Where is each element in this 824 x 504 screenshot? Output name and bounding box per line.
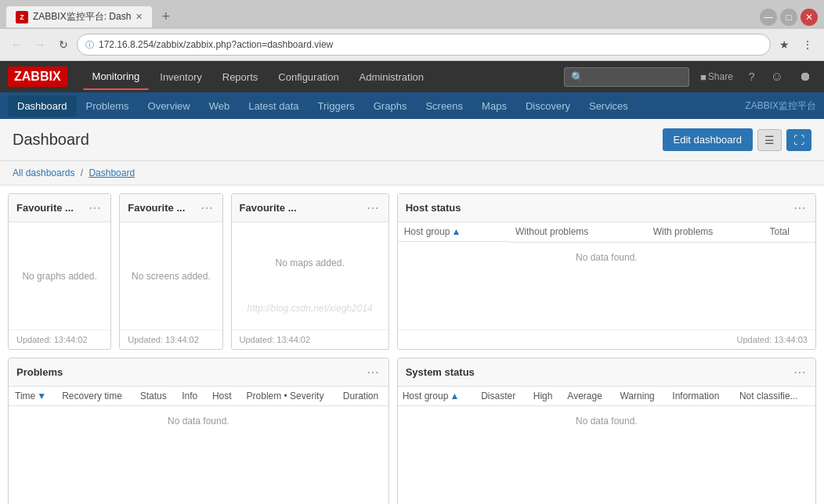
widget-header: Favourite ... ⋯ bbox=[9, 194, 110, 222]
col-hostgroup[interactable]: Host group ▲ bbox=[398, 387, 477, 406]
top-nav-reports[interactable]: Reports bbox=[213, 65, 268, 89]
address-bar[interactable]: ⓘ 172.16.8.254/zabbix/zabbix.php?action=… bbox=[77, 34, 771, 56]
no-data-label: No screens added. bbox=[128, 230, 214, 322]
menu-button[interactable]: ⋮ bbox=[797, 34, 818, 55]
widget-menu-icon[interactable]: ⋯ bbox=[201, 200, 215, 215]
forward-button[interactable]: → bbox=[30, 34, 50, 55]
url-text: 172.16.8.254/zabbix/zabbix.php?action=da… bbox=[99, 39, 333, 50]
tab-favicon: Z bbox=[16, 11, 28, 23]
widget-menu-icon[interactable]: ⋯ bbox=[367, 200, 381, 215]
col-hostgroup[interactable]: Host group ▲ bbox=[398, 222, 509, 242]
right-column: Host status ⋯ Host group ▲ bbox=[397, 193, 816, 504]
col-with-problems: With problems bbox=[647, 222, 764, 242]
close-window-button[interactable]: ✕ bbox=[801, 9, 818, 26]
sub-nav-triggers[interactable]: Triggers bbox=[309, 95, 364, 117]
bookmark-button[interactable]: ★ bbox=[774, 34, 794, 55]
problems-widget: Problems ⋯ Time ▼ Recovery time Status bbox=[8, 358, 389, 504]
col-disaster: Disaster bbox=[476, 387, 529, 406]
sub-nav-overview[interactable]: Overview bbox=[139, 95, 200, 117]
top-nav-administration[interactable]: Administration bbox=[350, 65, 433, 89]
widget-header: Favourite ... ⋯ bbox=[232, 194, 389, 222]
left-column: Favourite ... ⋯ No graphs added. Updated… bbox=[8, 193, 389, 504]
sub-nav-dashboard[interactable]: Dashboard bbox=[8, 95, 77, 117]
new-tab-button[interactable]: + bbox=[152, 5, 179, 29]
breadcrumb-separator: / bbox=[81, 167, 83, 178]
widget-menu-icon[interactable]: ⋯ bbox=[793, 365, 808, 380]
sub-nav-services[interactable]: Services bbox=[580, 95, 638, 117]
sort-icon: ▼ bbox=[37, 391, 46, 401]
widget-header: Problems ⋯ bbox=[9, 358, 389, 387]
widget-menu-icon[interactable]: ⋯ bbox=[367, 365, 381, 380]
top-nav-configuration[interactable]: Configuration bbox=[269, 65, 348, 89]
col-status: Status bbox=[134, 387, 176, 406]
sort-icon: ▲ bbox=[450, 391, 459, 401]
col-warning: Warning bbox=[615, 387, 667, 406]
active-tab[interactable]: Z ZABBIX监控平台: Dash ✕ bbox=[6, 6, 152, 27]
widget-menu-icon[interactable]: ⋯ bbox=[793, 200, 808, 215]
back-button[interactable]: ← bbox=[6, 34, 27, 55]
table-row: No data found. bbox=[398, 406, 815, 437]
lock-icon: ⓘ bbox=[85, 39, 94, 51]
sub-nav-problems[interactable]: Problems bbox=[77, 95, 139, 117]
widget-menu-icon[interactable]: ⋯ bbox=[89, 200, 103, 215]
problems-table: Time ▼ Recovery time Status Info Host Pr… bbox=[9, 387, 389, 436]
widget-footer: Updated: 13:44:02 bbox=[232, 329, 389, 349]
widget-body: Host group ▲ Disaster High Average Warni… bbox=[398, 387, 815, 504]
zabbix-app: ZABBIX Monitoring Inventory Reports Conf… bbox=[0, 61, 824, 504]
page-title: Dashboard bbox=[13, 131, 663, 149]
minimize-button[interactable]: — bbox=[760, 9, 777, 26]
col-not-classified: Not classifie... bbox=[735, 387, 815, 406]
top-nav-items: Monitoring Inventory Reports Configurati… bbox=[83, 64, 564, 90]
widget-footer: Updated: 13:44:02 bbox=[120, 329, 222, 349]
close-tab-icon[interactable]: ✕ bbox=[136, 12, 143, 22]
logout-button[interactable]: ⏺ bbox=[794, 67, 816, 87]
sub-nav-discovery[interactable]: Discovery bbox=[516, 95, 580, 117]
col-high: High bbox=[529, 387, 563, 406]
sub-nav-screens[interactable]: Screens bbox=[416, 95, 472, 117]
tab-bar: Z ZABBIX监控平台: Dash ✕ + — □ ✕ bbox=[0, 0, 824, 29]
widget-title: Favourite ... bbox=[128, 202, 200, 214]
edit-dashboard-button[interactable]: Edit dashboard bbox=[663, 128, 753, 151]
sub-nav-latest-data[interactable]: Latest data bbox=[239, 95, 308, 117]
page-header: Dashboard Edit dashboard ☰ ⛶ bbox=[0, 119, 824, 161]
top-nav-inventory[interactable]: Inventory bbox=[150, 65, 211, 89]
user-button[interactable]: ☺ bbox=[766, 67, 788, 87]
help-button[interactable]: ? bbox=[744, 67, 760, 86]
host-status-widget: Host status ⋯ Host group ▲ bbox=[397, 193, 816, 350]
widget-footer: Updated: 13:44:03 bbox=[398, 329, 815, 349]
system-status-table: Host group ▲ Disaster High Average Warni… bbox=[398, 387, 815, 436]
widget-header: Favourite ... ⋯ bbox=[120, 194, 222, 222]
col-time[interactable]: Time ▼ bbox=[9, 387, 56, 406]
sub-nav-maps[interactable]: Maps bbox=[472, 95, 516, 117]
maximize-button[interactable]: □ bbox=[780, 9, 797, 26]
favourite-graphs-widget: Favourite ... ⋯ No graphs added. Updated… bbox=[8, 193, 111, 350]
no-data-label: No maps added. bbox=[240, 230, 381, 295]
breadcrumb-all-dashboards[interactable]: All dashboards bbox=[13, 167, 74, 178]
top-nav-monitoring[interactable]: Monitoring bbox=[83, 64, 150, 90]
favourite-maps-widget: Favourite ... ⋯ No maps added. http://bl… bbox=[231, 193, 389, 350]
search-icon: 🔍 bbox=[571, 71, 584, 83]
refresh-button[interactable]: ↻ bbox=[53, 34, 74, 55]
share-icon: ■ bbox=[700, 71, 707, 83]
widget-footer: Updated: 13:44:02 bbox=[9, 329, 110, 349]
share-button[interactable]: ■ Share bbox=[696, 68, 738, 86]
widget-title: Host status bbox=[406, 202, 793, 214]
widget-body: Host group ▲ Without problems With probl… bbox=[398, 222, 815, 329]
widget-header: Host status ⋯ bbox=[398, 194, 815, 222]
breadcrumb-dashboard[interactable]: Dashboard bbox=[89, 167, 135, 178]
search-box[interactable]: 🔍 bbox=[564, 67, 689, 87]
top-nav-right: 🔍 ■ Share ? ☺ ⏺ bbox=[564, 67, 816, 87]
sub-nav-graphs[interactable]: Graphs bbox=[364, 95, 417, 117]
fullscreen-button[interactable]: ⛶ bbox=[786, 129, 811, 151]
host-status-table: Host group ▲ Without problems With probl… bbox=[398, 222, 815, 272]
no-data-label: No graphs added. bbox=[16, 230, 103, 322]
widget-body: Time ▼ Recovery time Status Info Host Pr… bbox=[9, 387, 389, 504]
list-view-button[interactable]: ☰ bbox=[757, 129, 782, 151]
col-duration: Duration bbox=[337, 387, 389, 406]
sub-nav-web[interactable]: Web bbox=[200, 95, 240, 117]
col-total: Total bbox=[764, 222, 815, 242]
breadcrumb: All dashboards / Dashboard bbox=[0, 161, 824, 185]
page-header-actions: Edit dashboard ☰ ⛶ bbox=[663, 128, 811, 151]
widget-body: No graphs added. bbox=[9, 222, 110, 329]
widget-title: System status bbox=[406, 366, 793, 378]
